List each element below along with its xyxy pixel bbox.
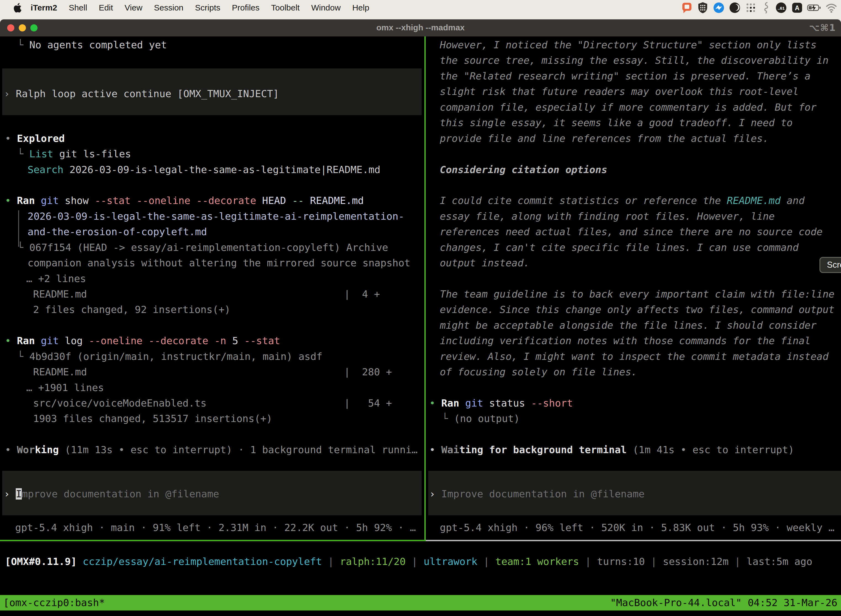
text-segment: last:5m ago (747, 556, 812, 567)
svg-text:A: A (795, 4, 800, 12)
git-show-stat: README.md | 4 + (33, 286, 380, 302)
text-segment: No agents completed yet (29, 39, 167, 50)
menu-item-iterm2[interactable]: iTerm2 (25, 3, 63, 12)
menu-item-help[interactable]: Help (347, 3, 375, 12)
text-segment: provide file and line references from th… (440, 133, 769, 144)
text-segment: evidence. Since this change only affects… (440, 304, 834, 315)
thinking-line: of focusing solely on file lines. (440, 364, 637, 380)
thinking-line: review. Also, I might want to inspect th… (440, 349, 829, 364)
squiggle-icon[interactable] (760, 1, 771, 14)
text-segment: --stat (244, 335, 280, 346)
screen-share-overlay-label: Scre (827, 260, 841, 270)
text-segment: • (429, 397, 441, 409)
apple-menu-icon[interactable] (13, 3, 22, 13)
window-shortcut-badge: ⌥⌘1 (809, 22, 836, 33)
text-segment: (no output) (454, 413, 520, 424)
menu-item-window[interactable]: Window (305, 3, 347, 12)
messenger-icon[interactable] (712, 1, 725, 14)
text-segment: gpt-5.4 xhigh · 96% left · 520K in · 5.8… (440, 522, 834, 533)
text-segment: git ls-files (59, 148, 131, 160)
tmux-pane-divider-vertical[interactable] (424, 37, 426, 540)
text-segment: and (781, 195, 804, 206)
text-segment: Considering citation options (440, 164, 607, 175)
model-status-left: gpt-5.4 xhigh · main · 91% left · 2.31M … (15, 520, 416, 535)
tmux-status-bar: [omx-cczip0:bash* "MacBook-Pro-44.local"… (0, 595, 841, 610)
shield-grid-icon[interactable] (696, 1, 709, 14)
text-segment: | (645, 556, 663, 567)
text-segment: README.md (727, 195, 781, 206)
text-segment: might be acceptable alongside the file l… (440, 320, 816, 331)
text-segment: this single essay, it seems like a good … (440, 117, 793, 128)
input-source-a-icon[interactable]: A (791, 1, 803, 14)
text-segment: Improve documentation in @filename (441, 488, 645, 500)
text-segment: › (4, 88, 16, 99)
text-segment: Explored (17, 133, 64, 144)
tmux-pane-divider-horizontal-left (0, 540, 426, 541)
menu-item-view[interactable]: View (119, 3, 148, 12)
thinking-line: changes, I can't cite specific file line… (440, 240, 799, 255)
battery-icon[interactable] (807, 1, 822, 14)
menu-item-scripts[interactable]: Scripts (189, 3, 226, 12)
text-segment: └ (18, 148, 29, 160)
ran-git-log: • Ran git log --oneline --decorate -n 5 … (5, 333, 280, 349)
moon-circle-icon[interactable] (728, 1, 741, 14)
git-log-commit: └ 4b9d30f (origin/main, instructkr/main,… (18, 349, 322, 364)
text-segment: review. Also, I might want to inspect th… (440, 351, 829, 362)
text-segment: Ran (441, 397, 465, 409)
thinking-line: The team guideline is to back every impo… (440, 286, 834, 302)
text-segment: • (5, 195, 17, 206)
thinking-line: might be acceptable alongside the file l… (440, 318, 816, 333)
text-segment: … +1901 lines (26, 382, 104, 393)
text-segment: └ (442, 413, 454, 424)
wifi-icon[interactable] (825, 1, 838, 14)
thinking-line: including verification notes with those … (440, 333, 811, 349)
git-log-summary: 1903 files changed, 513517 insertions(+) (33, 411, 273, 427)
git-show-commit-line-1: └ 067f154 (HEAD -> essay/ai-reimplementa… (18, 240, 388, 255)
explored-header: • Explored (5, 131, 65, 146)
text-segment: ting for background terminal (459, 444, 627, 455)
menu-item-profiles[interactable]: Profiles (226, 3, 265, 12)
dots-grid-icon[interactable] (744, 1, 757, 14)
menu-item-edit[interactable]: Edit (93, 3, 119, 12)
terminal-content: [omx-cczip0:bash* "MacBook-Pro-44.local"… (0, 37, 841, 616)
working-status-line: • Working (11m 13s • esc to interrupt) ·… (5, 442, 418, 458)
menu-status-icons: ..61A (680, 1, 841, 14)
menu-item-toolbelt[interactable]: Toolbelt (265, 3, 305, 12)
text-segment: List (29, 148, 59, 160)
text-segment: -n (214, 335, 232, 346)
text-segment: status (489, 397, 531, 409)
text-segment: 2026-03-09-is-legal-the-same-as-legitima… (70, 164, 381, 175)
chat-bubble-icon[interactable] (680, 1, 693, 14)
text-segment: session:12m (663, 556, 728, 567)
text-segment: --oneline --decorate (89, 335, 214, 346)
text-segment: show (65, 195, 95, 206)
text-segment: › (429, 488, 441, 500)
menu-item-shell[interactable]: Shell (63, 3, 93, 12)
menu-item-session[interactable]: Session (148, 3, 189, 12)
window-title: omx --xhigh --madmax (0, 23, 841, 32)
text-segment: Search (28, 164, 70, 175)
text-segment: | (579, 556, 597, 567)
prompt-input-left[interactable]: › Improve documentation in @filename (4, 486, 219, 502)
waiting-status-line: • Waiting for background terminal (1m 41… (429, 442, 794, 458)
text-segment: [OMX#0.11.9] (5, 556, 77, 567)
text-segment: team:1 workers (495, 556, 579, 567)
menu-bar: iTerm2ShellEditViewSessionScriptsProfile… (0, 0, 841, 15)
text-segment: | (406, 556, 423, 567)
timer-61-icon[interactable]: ..61 (775, 1, 787, 14)
text-segment: --short (531, 397, 573, 409)
thinking-line: the "Related research writing" section i… (440, 69, 811, 84)
text-segment: output instead. (440, 257, 529, 268)
window-titlebar[interactable]: omx --xhigh --madmax ⌥⌘1 (0, 19, 841, 37)
text-segment: However, I noticed the "Directory Struct… (440, 39, 816, 50)
text-segment: README.md (310, 195, 364, 206)
screen-share-overlay: Scre (819, 257, 841, 273)
text-segment: 2 files changed, 92 insertions(+) (33, 304, 230, 315)
text-segment: HEAD (262, 195, 292, 206)
text-segment: Wai (441, 444, 459, 455)
text-segment: (11m 13s • esc to interrupt) · 1 backgro… (59, 444, 418, 455)
prompt-input-right[interactable]: › Improve documentation in @filename (429, 486, 645, 502)
text-segment: mprove documentation in @filename (22, 488, 219, 500)
injected-prompt-line[interactable]: › Ralph loop active continue [OMX_TMUX_I… (4, 86, 279, 101)
screen: iTerm2ShellEditViewSessionScriptsProfile… (0, 0, 841, 616)
